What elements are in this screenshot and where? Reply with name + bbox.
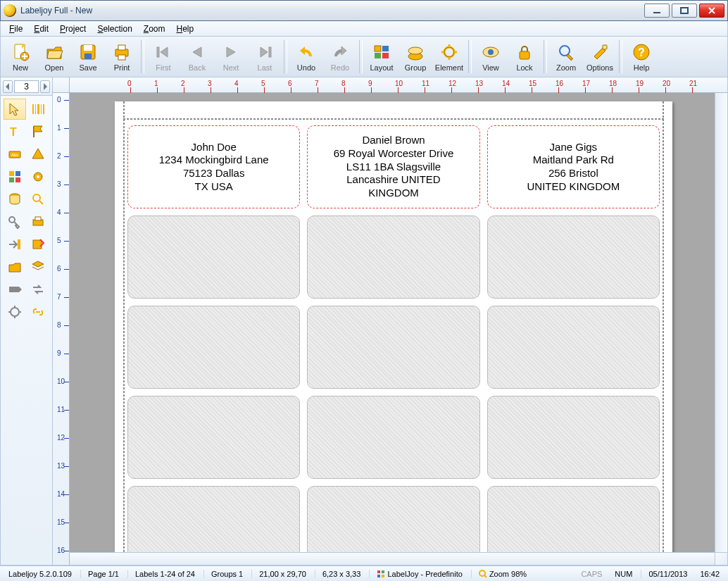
options-button[interactable]: Options xyxy=(583,37,617,77)
menu-selection[interactable]: Selection xyxy=(92,23,137,35)
label-empty[interactable] xyxy=(487,306,660,389)
tool-key[interactable] xyxy=(4,211,26,232)
label-active[interactable]: Jane GigsMaitland Park Rd256 BristolUNIT… xyxy=(487,125,660,208)
page-prev-button[interactable] xyxy=(3,80,13,93)
tool-find[interactable] xyxy=(27,189,50,210)
close-button[interactable] xyxy=(699,4,724,18)
menu-file[interactable]: File xyxy=(4,23,28,35)
tool-database[interactable] xyxy=(4,189,26,210)
tool-label-flag[interactable] xyxy=(4,279,26,300)
save-button[interactable]: Save xyxy=(71,37,105,77)
undo-button[interactable]: Undo xyxy=(289,37,323,77)
last-button[interactable]: Last xyxy=(248,37,282,77)
label-empty[interactable] xyxy=(487,486,660,552)
label-empty[interactable] xyxy=(307,306,479,389)
help-button[interactable]: ? Help xyxy=(625,37,658,77)
label-active[interactable]: Daniel Brown69 Royal Worcester DriveLS11… xyxy=(307,125,479,208)
tool-shape[interactable] xyxy=(27,144,50,165)
label-empty[interactable] xyxy=(487,215,660,299)
options-label: Options xyxy=(586,63,613,72)
menu-help[interactable]: Help xyxy=(171,23,200,35)
svg-rect-25 xyxy=(603,45,607,49)
svg-rect-32 xyxy=(43,104,44,114)
tool-layers[interactable] xyxy=(27,256,50,277)
svg-rect-5 xyxy=(84,45,92,51)
tool-pointer[interactable] xyxy=(4,99,26,120)
page-sheet: John Doe1234 Mockingbird Lane75123 Dalla… xyxy=(115,101,672,552)
tool-grid[interactable] xyxy=(4,166,26,187)
status-date: 05/11/2013 xyxy=(641,570,691,578)
first-button[interactable]: First xyxy=(146,37,180,77)
tool-swap[interactable] xyxy=(27,279,50,300)
open-button[interactable]: Open xyxy=(37,37,71,77)
next-label: Next xyxy=(223,63,239,72)
maximize-button[interactable] xyxy=(672,4,697,18)
lock-label: Lock xyxy=(516,63,532,72)
tool-link[interactable] xyxy=(27,301,50,323)
svg-rect-24 xyxy=(567,54,572,60)
label-empty[interactable] xyxy=(127,486,300,552)
lock-button[interactable]: Lock xyxy=(508,37,541,77)
horizontal-ruler: 0123456789101112131415161718192021 xyxy=(53,77,727,93)
tool-text[interactable]: T xyxy=(4,121,26,142)
svg-rect-38 xyxy=(9,177,14,182)
back-button[interactable]: Back xyxy=(180,37,214,77)
view-button[interactable]: View xyxy=(474,37,508,77)
vruler-tick: 9 xyxy=(57,349,61,357)
svg-rect-49 xyxy=(9,287,19,292)
tool-print-small[interactable] xyxy=(27,211,50,232)
label-text: Jane GigsMaitland Park Rd256 BristolUNIT… xyxy=(527,141,620,194)
label-empty[interactable] xyxy=(127,215,300,299)
zoom-button[interactable]: Zoom xyxy=(549,37,583,77)
main-toolbar: New Open Save Print First Back Next Last… xyxy=(0,37,728,77)
tool-gear[interactable] xyxy=(27,166,50,187)
svg-point-41 xyxy=(37,175,39,178)
label-empty[interactable] xyxy=(307,486,479,552)
hruler-tick: 13 xyxy=(475,80,483,87)
svg-rect-6 xyxy=(84,54,92,59)
zoom-icon xyxy=(556,42,576,62)
vruler-tick: 1 xyxy=(57,124,61,132)
hruler-tick: 6 xyxy=(288,80,292,87)
new-button[interactable]: New xyxy=(4,37,37,77)
print-button[interactable]: Print xyxy=(105,37,139,77)
status-caps: CAPS xyxy=(577,570,606,578)
hruler-tick: 17 xyxy=(582,80,590,87)
tool-arrow-in[interactable] xyxy=(4,234,26,255)
hruler-tick: 10 xyxy=(395,80,403,87)
page-next-button[interactable] xyxy=(40,80,50,93)
redo-icon xyxy=(330,42,350,62)
menu-project[interactable]: Project xyxy=(54,23,92,35)
layout-icon xyxy=(372,42,391,62)
redo-button[interactable]: Redo xyxy=(323,37,357,77)
tool-flag[interactable] xyxy=(27,121,50,142)
label-empty[interactable] xyxy=(307,215,479,299)
label-active[interactable]: John Doe1234 Mockingbird Lane75123 Dalla… xyxy=(127,125,300,208)
vertical-scrollbar[interactable] xyxy=(715,93,727,552)
design-canvas[interactable]: John Doe1234 Mockingbird Lane75123 Dalla… xyxy=(70,93,715,552)
label-empty[interactable] xyxy=(127,306,300,389)
zoom-label: Zoom xyxy=(556,63,576,72)
menu-zoom[interactable]: Zoom xyxy=(138,23,171,35)
svg-rect-15 xyxy=(382,53,389,58)
horizontal-scrollbar[interactable] xyxy=(70,552,715,565)
tool-barcode[interactable] xyxy=(27,99,50,120)
tool-textbox[interactable]: Abc xyxy=(4,144,26,165)
open-icon xyxy=(44,42,64,62)
layout-button[interactable]: Layout xyxy=(365,37,398,77)
group-button[interactable]: Group xyxy=(398,37,432,77)
menu-edit[interactable]: Edit xyxy=(28,23,54,35)
minimize-button[interactable] xyxy=(644,4,670,18)
next-button[interactable]: Next xyxy=(214,37,248,77)
page-number-field[interactable]: 3 xyxy=(14,80,39,93)
hruler-tick: 3 xyxy=(208,80,212,87)
label-empty[interactable] xyxy=(307,396,479,479)
status-zoom[interactable]: Zoom 98% xyxy=(471,570,531,578)
label-empty[interactable] xyxy=(487,396,660,479)
window-title: Labeljoy Full - New xyxy=(20,6,92,15)
element-button[interactable]: Element xyxy=(432,37,466,77)
tool-delete[interactable] xyxy=(27,234,50,255)
label-empty[interactable] xyxy=(127,396,300,479)
tool-folder[interactable] xyxy=(4,256,26,277)
tool-target[interactable] xyxy=(4,301,26,323)
